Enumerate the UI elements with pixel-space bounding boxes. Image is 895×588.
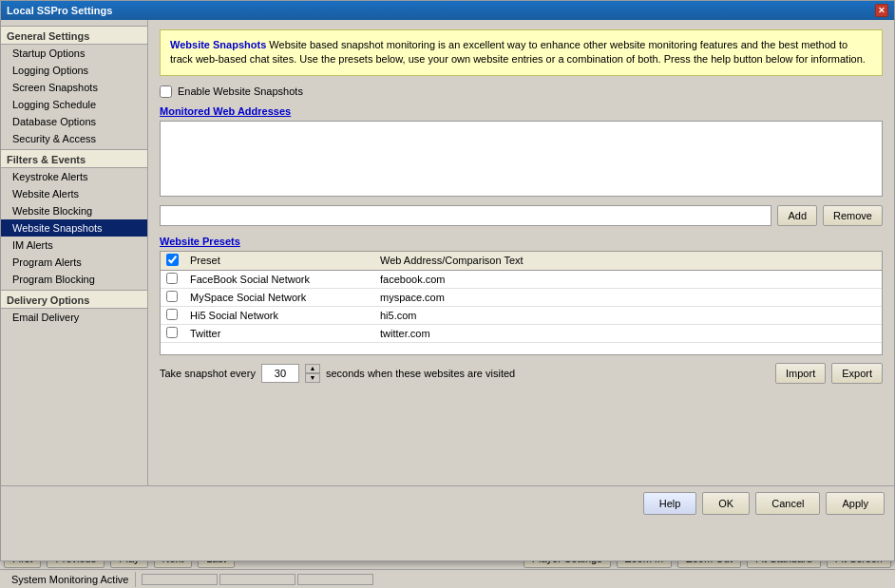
enable-checkbox-row: Enable Website Snapshots [160,85,883,98]
add-button[interactable]: Add [777,205,817,226]
row-address-cell: facebook.com [374,270,882,288]
cancel-button[interactable]: Cancel [755,492,820,515]
row-checkbox-cell [161,288,184,306]
right-panel: 🔍 ▼ Local SSPro Settings ✕ General Setti… [95,76,895,546]
table-row: Twitter twitter.com [161,324,882,342]
nav-keystroke-alerts[interactable]: Keystroke Alerts [1,168,147,185]
nav-email-delivery[interactable]: Email Delivery [1,309,147,326]
snapshot-interval-row: Take snapshot every 30 ▲ ▼ seconds when … [160,363,883,384]
nav-database-options[interactable]: Database Options [1,113,147,130]
row-preset-cell: MySpace Social Network [184,288,374,306]
main-content: Snapshot Entries Snapshot Timed No snaps… [0,76,895,546]
row-checkbox[interactable] [166,273,178,284]
row-checkbox[interactable] [166,327,178,338]
interval-spinner: ▲ ▼ [305,364,320,383]
row-address-cell: myspace.com [374,288,882,306]
nav-website-snapshots[interactable]: Website Snapshots [1,219,147,237]
nav-program-alerts[interactable]: Program Alerts [1,254,147,271]
table-row: MySpace Social Network myspace.com [161,288,882,306]
presets-header-row: Preset Web Address/Comparison Text [161,252,882,271]
row-checkbox[interactable] [166,309,178,320]
dialog-footer: Help OK Cancel Apply [1,485,894,521]
presets-table-container: Preset Web Address/Comparison Text FaceB… [160,251,883,355]
remove-button[interactable]: Remove [823,205,883,226]
filters-events-section: Filters & Events [1,149,147,168]
monitored-addresses-label: Monitored Web Addresses [160,105,883,117]
app-window: SS System Surveillance Pro (SSPro) v7.2 … [0,0,895,588]
nav-im-alerts[interactable]: IM Alerts [1,237,147,254]
spin-up-button[interactable]: ▲ [305,364,320,373]
row-checkbox-cell [161,324,184,342]
export-button[interactable]: Export [831,363,883,384]
spin-down-button[interactable]: ▼ [305,373,320,383]
row-checkbox-cell [161,270,184,288]
ok-button[interactable]: OK [702,492,750,515]
status-text: System Monitoring Active [6,572,136,587]
nav-logging-schedule[interactable]: Logging Schedule [1,96,147,113]
dialog-nav: General Settings Startup Options Logging… [1,76,148,485]
status-bar: System Monitoring Active [0,569,895,588]
help-button[interactable]: Help [643,492,697,515]
apply-button[interactable]: Apply [826,492,885,515]
address-col-header: Web Address/Comparison Text [374,252,882,271]
settings-dialog: Local SSPro Settings ✕ General Settings … [0,76,895,546]
table-row: FaceBook Social Network facebook.com [161,270,882,288]
delivery-options-section: Delivery Options [1,290,147,309]
row-address-cell: twitter.com [374,324,882,342]
url-input-row: Add Remove [160,205,883,226]
nav-screen-snapshots[interactable]: Screen Snapshots [1,79,147,96]
row-checkbox-cell [161,306,184,324]
interval-input[interactable]: 30 [261,364,299,383]
row-preset-cell: FaceBook Social Network [184,270,374,288]
preset-col-header: Preset [184,252,374,271]
presets-label: Website Presets [160,236,883,247]
table-row: Hi5 Social Network hi5.com [161,306,882,324]
row-checkbox[interactable] [166,291,178,302]
nav-website-alerts[interactable]: Website Alerts [1,185,147,202]
monitored-addresses-textarea[interactable] [160,121,883,197]
preset-header-checkbox[interactable] [166,254,179,266]
row-preset-cell: Hi5 Social Network [184,306,374,324]
nav-website-blocking[interactable]: Website Blocking [1,202,147,219]
import-button[interactable]: Import [775,363,826,384]
interval-suffix: seconds when these websites are visited [326,368,515,379]
interval-prefix: Take snapshot every [160,368,256,379]
enable-website-snapshots-checkbox[interactable] [160,85,172,98]
url-input[interactable] [160,205,771,226]
row-preset-cell: Twitter [184,324,374,342]
row-address-cell: hi5.com [374,306,882,324]
dialog-content: Website Snapshots Website based snapshot… [148,76,894,485]
presets-table: Preset Web Address/Comparison Text FaceB… [161,252,882,343]
nav-program-blocking[interactable]: Program Blocking [1,271,147,288]
nav-security-access[interactable]: Security & Access [1,130,147,147]
preset-check-header [161,252,184,271]
dialog-body: General Settings Startup Options Logging… [1,76,894,485]
enable-checkbox-label: Enable Website Snapshots [178,85,303,97]
